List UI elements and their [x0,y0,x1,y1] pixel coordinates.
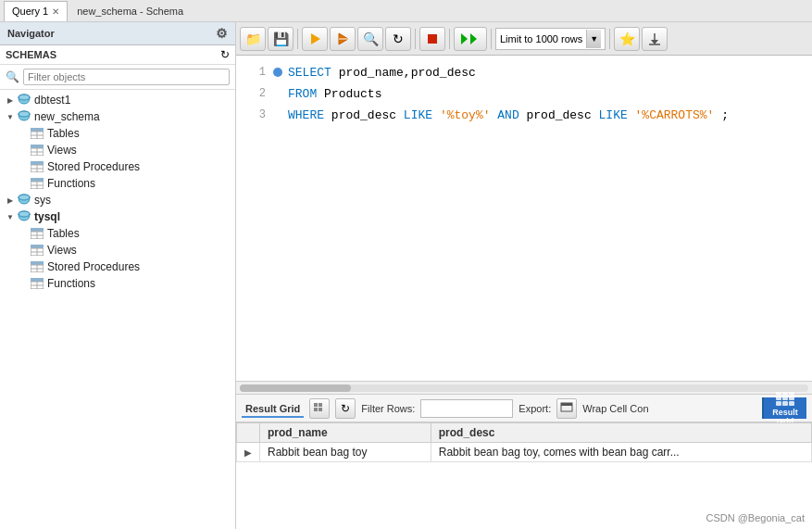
svg-marker-48 [311,33,320,44]
execute-btn[interactable] [302,27,328,51]
sep1 [297,29,298,49]
kw-from: FROM [288,87,317,101]
sql-and-col: prod_desc [527,108,599,122]
stored-icon-ns [30,159,44,174]
svg-point-27 [19,211,30,217]
svg-rect-58 [319,403,322,407]
tree-label-ty-tables: Tables [47,227,80,240]
filter-objects-input[interactable] [23,69,230,85]
export-btn[interactable] [642,27,668,51]
refresh-btn[interactable]: ↻ [385,27,411,51]
results-table: prod_name prod_desc ▶ Rabbit bean bag to… [236,422,812,462]
svg-rect-59 [314,408,318,411]
sql-line-2: 2 FROM Products [236,84,812,106]
sql-line-3: 3 WHERE prod_desc LIKE '%toy%' AND prod_… [236,106,812,127]
arrow-tysql [4,210,17,223]
sql-content-1: SELECT prod_name,prod_desc [288,64,476,83]
line-num-2: 2 [244,85,266,103]
arrow-ns-functions [17,177,30,190]
stored-icon-ty [30,259,44,274]
open-file-btn[interactable]: 📁 [240,27,266,51]
sep2 [415,29,416,49]
tab-bar: Query 1 ✕ new_schema - Schema [0,0,812,22]
tree-item-ns-tables[interactable]: Tables [0,125,235,142]
scroll-thumb[interactable] [240,384,351,392]
tree-label-dbtest1: dbtest1 [34,94,70,107]
stop-btn[interactable] [419,27,445,51]
schemas-refresh-icon[interactable]: ↻ [220,48,230,61]
tree-item-ty-tables[interactable]: Tables [0,225,235,242]
sep4 [491,29,492,49]
tree-label-ns-views: Views [47,144,77,157]
limit-select[interactable]: Limit to 1000 rows ▼ [495,28,606,50]
table-row[interactable]: ▶ Rabbit bean bag toy Rabbit bean bag to… [237,443,812,462]
right-area: 📁 💾 🔍 ↻ [236,22,812,529]
sql-editor[interactable]: 1 SELECT prod_name,prod_desc 2 FROM Prod… [236,56,812,382]
tree-item-tysql[interactable]: tysql [0,208,235,225]
svg-rect-62 [561,403,572,406]
results-toolbar: Result Grid ↻ Filter Rows: Export: [236,395,812,422]
tree-label-ty-views: Views [47,244,77,257]
arrow-ns-stored [17,160,30,173]
results-grid-tab[interactable]: Result Grid [242,402,304,415]
table-icon-ns [30,126,44,141]
tab-query1-close[interactable]: ✕ [52,6,59,17]
star-btn[interactable]: ⭐ [614,27,640,51]
tree-item-dbtest1[interactable]: dbtest1 [0,92,235,108]
tree-item-sys[interactable]: sys [0,192,235,208]
tree-label-ns-functions: Functions [47,177,95,190]
result-grid-icon [776,390,794,406]
limit-dropdown-arrow[interactable]: ▼ [586,30,601,48]
tree-item-ns-views[interactable]: Views [0,142,235,158]
tree-item-ty-views[interactable]: Views [0,242,235,258]
arrow-ns-views [17,144,30,157]
col-arrow [237,423,260,443]
explain-btn[interactable] [330,27,356,51]
limit-label: Limit to 1000 rows [500,33,582,44]
tree-item-ns-functions[interactable]: Functions [0,175,235,192]
table-header-row: prod_name prod_desc [237,423,812,443]
functions-icon-ns [30,176,44,191]
line-num-1: 1 [244,64,266,82]
kw-like1: LIKE [404,108,432,122]
export-icon-btn[interactable] [556,398,577,419]
run-script-btn[interactable] [454,27,487,51]
sep3 [449,29,450,49]
arrow-ty-stored [17,260,30,273]
arrow-new-schema [4,110,17,123]
result-grid-button[interactable]: Result Grid [762,397,806,419]
scroll-track[interactable] [240,384,808,392]
filter-rows-input[interactable] [420,399,513,418]
tree-item-ns-stored[interactable]: Stored Procedures [0,158,235,175]
cell-prod-name: Rabbit bean bag toy [260,443,431,462]
kw-where: WHERE [288,108,324,122]
db-icon-tysql [17,209,31,224]
tree-label-ns-tables: Tables [47,127,80,140]
sql-like-val1: '%toy%' [440,108,491,122]
arrow-ty-views [17,244,30,257]
tree-label-sys: sys [34,194,51,207]
navigator-title: Navigator [7,28,55,39]
results-icon-btn-2[interactable]: ↻ [335,398,356,419]
search-btn[interactable]: 🔍 [357,27,383,51]
tab-query1[interactable]: Query 1 ✕ [4,1,68,21]
horizontal-scrollbar[interactable] [236,382,812,395]
sql-cols: prod_name,prod_desc [339,66,476,80]
col-prod-name: prod_name [260,423,431,443]
sql-line-1: 1 SELECT prod_name,prod_desc [236,63,812,84]
sidebar: Navigator ⚙ SCHEMAS ↻ 🔍 dbtest1 [0,22,236,529]
sidebar-options-icon[interactable]: ⚙ [216,26,228,41]
svg-rect-51 [428,34,437,44]
arrow-ty-tables [17,227,30,240]
results-icon-btn-1[interactable] [309,398,330,419]
save-btn[interactable]: 💾 [268,27,294,51]
sql-content-2: FROM Products [288,85,381,105]
tab-query1-label: Query 1 [12,6,48,17]
result-grid-btn-line1: Result [772,408,798,417]
tree-item-new-schema[interactable]: new_schema [0,108,235,125]
tree-label-ty-stored: Stored Procedures [47,260,140,273]
tree-item-ty-functions[interactable]: Functions [0,275,235,292]
sql-from-tbl: Products [324,87,381,101]
svg-point-25 [19,195,30,200]
tree-item-ty-stored[interactable]: Stored Procedures [0,258,235,275]
